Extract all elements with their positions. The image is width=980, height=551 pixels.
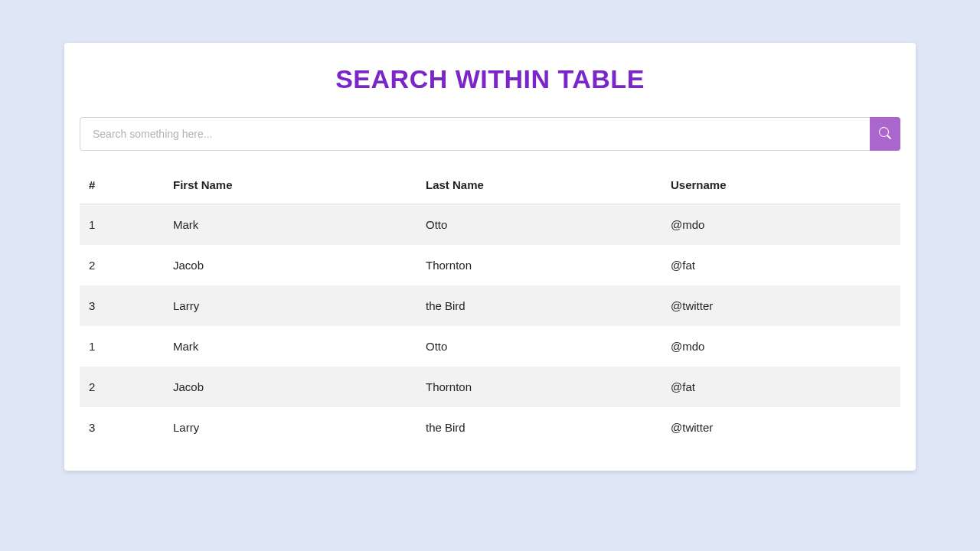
- cell-last: Thornton: [416, 245, 662, 285]
- cell-last: Thornton: [416, 367, 662, 407]
- table-row: 1 Mark Otto @mdo: [80, 204, 900, 246]
- table-row: 1 Mark Otto @mdo: [80, 326, 900, 367]
- cell-last: Otto: [416, 204, 662, 246]
- search-button[interactable]: [870, 117, 900, 151]
- col-header-user: Username: [662, 166, 900, 204]
- table-row: 2 Jacob Thornton @fat: [80, 367, 900, 407]
- cell-first: Jacob: [164, 245, 416, 285]
- table-row: 3 Larry the Bird @twitter: [80, 285, 900, 326]
- cell-index: 3: [80, 407, 164, 448]
- cell-user: @twitter: [662, 407, 900, 448]
- cell-index: 1: [80, 326, 164, 367]
- cell-first: Jacob: [164, 367, 416, 407]
- table-header-row: # First Name Last Name Username: [80, 166, 900, 204]
- cell-user: @twitter: [662, 285, 900, 326]
- cell-first: Larry: [164, 285, 416, 326]
- cell-last: the Bird: [416, 407, 662, 448]
- col-header-first: First Name: [164, 166, 416, 204]
- cell-user: @fat: [662, 367, 900, 407]
- cell-first: Larry: [164, 407, 416, 448]
- cell-user: @fat: [662, 245, 900, 285]
- table-row: 3 Larry the Bird @twitter: [80, 407, 900, 448]
- search-input[interactable]: [80, 117, 870, 151]
- cell-first: Mark: [164, 326, 416, 367]
- cell-last: the Bird: [416, 285, 662, 326]
- cell-index: 3: [80, 285, 164, 326]
- card: SEARCH WITHIN TABLE # First Name Last Na…: [64, 43, 916, 471]
- cell-user: @mdo: [662, 326, 900, 367]
- cell-user: @mdo: [662, 204, 900, 246]
- cell-first: Mark: [164, 204, 416, 246]
- search-group: [80, 117, 900, 151]
- col-header-index: #: [80, 166, 164, 204]
- cell-index: 2: [80, 367, 164, 407]
- cell-index: 2: [80, 245, 164, 285]
- cell-last: Otto: [416, 326, 662, 367]
- col-header-last: Last Name: [416, 166, 662, 204]
- search-icon: [879, 127, 891, 142]
- cell-index: 1: [80, 204, 164, 246]
- table-row: 2 Jacob Thornton @fat: [80, 245, 900, 285]
- data-table: # First Name Last Name Username 1 Mark O…: [80, 166, 900, 448]
- page-title: SEARCH WITHIN TABLE: [80, 64, 900, 94]
